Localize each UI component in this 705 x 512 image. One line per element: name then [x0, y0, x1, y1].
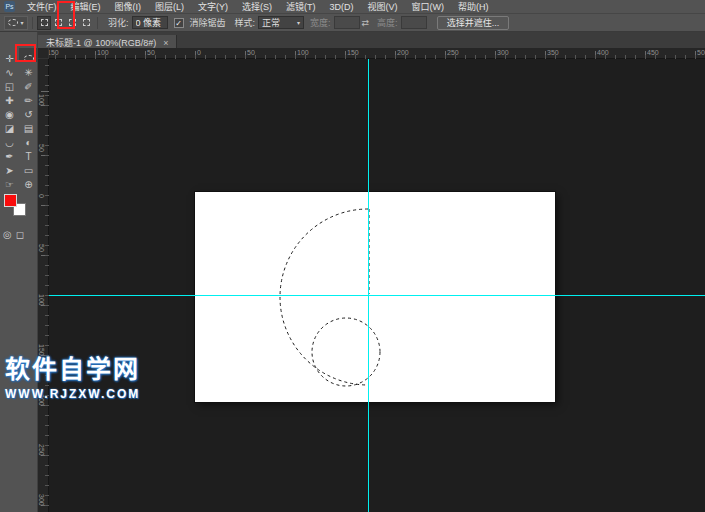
antialias-label: 消除锯齿 [190, 16, 226, 29]
menu-file[interactable]: 文件(F) [20, 0, 64, 14]
tab-close-icon[interactable]: × [163, 38, 168, 48]
elliptical-marquee-tool[interactable] [19, 48, 38, 62]
tool-preset-picker[interactable]: ▾ [4, 16, 28, 30]
ruler-number: 100 [297, 49, 309, 56]
intersect-selection-button[interactable] [79, 16, 93, 30]
menu-3d[interactable]: 3D(D) [323, 0, 361, 14]
ruler-number: 100 [38, 94, 45, 106]
swap-dimensions-icon[interactable]: ⇄ [362, 18, 370, 28]
history-brush-tool[interactable]: ↺ [19, 104, 38, 118]
menu-bar: Ps 文件(F)编辑(E)图像(I)图层(L)文字(Y)选择(S)滤镜(T)3D… [0, 0, 705, 14]
ruler-number: 300 [497, 49, 509, 56]
style-label: 样式: [235, 16, 256, 29]
antialias-checkbox[interactable]: ✓ [174, 18, 184, 28]
menu-edit[interactable]: 编辑(E) [64, 0, 108, 14]
gradient-tool[interactable]: ▤ [19, 118, 38, 132]
zoom-icon: ⊕ [24, 178, 32, 192]
ruler-corner [38, 48, 49, 59]
brush-tool[interactable]: ✏ [19, 90, 38, 104]
type-tool[interactable]: T [19, 146, 38, 160]
height-label: 高度: [377, 16, 398, 29]
small-circle-selection [312, 318, 380, 386]
document-canvas[interactable] [195, 192, 555, 402]
menu-help[interactable]: 帮助(H) [451, 0, 496, 14]
subtract-from-selection-icon [69, 19, 76, 26]
clone-stamp-tool[interactable]: ◉ [0, 104, 19, 118]
chevron-down-icon: ▾ [20, 20, 23, 26]
ruler-number: 300 [38, 494, 45, 506]
menu-filter[interactable]: 滤镜(T) [279, 0, 323, 14]
check-icon: ✓ [175, 19, 182, 28]
lasso-tool[interactable]: ∿ [0, 62, 19, 76]
move-tool[interactable]: ✛ [0, 48, 19, 62]
canvas-area[interactable]: 15010050050100150200250300350400450500 1… [38, 48, 705, 512]
dodge-tool[interactable]: ◐ [19, 132, 38, 146]
vertical-ruler[interactable]: 10050050100150200250300 [38, 48, 49, 512]
pen-tool[interactable]: ✒ [0, 146, 19, 160]
select-and-mask-button[interactable]: 选择并遮住... [437, 16, 510, 30]
horizontal-ruler[interactable]: 15010050050100150200250300350400450500 [38, 48, 705, 59]
ruler-number: 0 [38, 194, 45, 198]
ruler-number: 50 [147, 49, 155, 56]
height-input[interactable] [401, 16, 427, 29]
new-selection-button[interactable] [37, 16, 51, 30]
screen-mode-button[interactable]: ◻ [16, 224, 24, 242]
separator [97, 17, 98, 29]
large-circle-selection-arc [280, 209, 368, 385]
feather-label: 羽化: [108, 16, 129, 29]
toolbar: ✛∿✳◱✐✚✏◉↺◪▤◡◐✒T➤▭☞⊕ ◎◻ [0, 32, 38, 512]
color-swatches [0, 192, 38, 220]
crop-tool[interactable]: ◱ [0, 76, 19, 90]
menu-image[interactable]: 图像(I) [108, 0, 149, 14]
blur-tool[interactable]: ◡ [0, 132, 19, 146]
ruler-number: 150 [38, 344, 45, 356]
ruler-number: 100 [97, 49, 109, 56]
options-bar: ▾ 羽化: ✓ 消除锯齿 样式: 正常 ▾ 宽度: ⇄ 高度: 选择并遮住... [0, 14, 705, 32]
add-to-selection-icon [55, 19, 62, 26]
vertical-guide[interactable] [368, 59, 369, 512]
marching-ants-selection [195, 192, 555, 402]
subtract-from-selection-button[interactable] [65, 16, 79, 30]
quick-mask-button[interactable]: ◎ [3, 224, 12, 242]
ruler-number: 500 [697, 49, 705, 56]
ruler-number: 150 [347, 49, 359, 56]
menu-type[interactable]: 文字(Y) [191, 0, 235, 14]
horizontal-guide[interactable] [49, 295, 705, 296]
quick-mask-icon: ◎ [3, 229, 12, 240]
width-input[interactable] [334, 16, 360, 29]
menu-items: 文件(F)编辑(E)图像(I)图层(L)文字(Y)选择(S)滤镜(T)3D(D)… [20, 0, 496, 14]
menu-select[interactable]: 选择(S) [235, 0, 279, 14]
menu-window[interactable]: 窗口(W) [405, 0, 452, 14]
toolbar-extras: ◎◻ [0, 224, 37, 242]
ruler-number: 100 [38, 294, 45, 306]
foreground-color-swatch[interactable] [4, 194, 17, 207]
ruler-number: 350 [547, 49, 559, 56]
toolbar-tools: ✛∿✳◱✐✚✏◉↺◪▤◡◐✒T➤▭☞⊕ [0, 32, 38, 188]
shape-tool[interactable]: ▭ [19, 160, 38, 174]
chevron-down-icon: ▾ [297, 20, 300, 26]
menu-view[interactable]: 视图(V) [361, 0, 405, 14]
menu-layer[interactable]: 图层(L) [148, 0, 191, 14]
ruler-number: 200 [38, 394, 45, 406]
screen-mode-icon: ◻ [16, 229, 24, 240]
hand-icon: ☞ [5, 178, 14, 192]
ruler-number: 50 [38, 144, 45, 152]
zoom-tool[interactable]: ⊕ [19, 174, 38, 188]
ruler-number: 250 [447, 49, 459, 56]
ruler-number: 400 [597, 49, 609, 56]
intersect-selection-icon [83, 19, 90, 26]
style-dropdown[interactable]: 正常 ▾ [258, 16, 304, 29]
ruler-number: 0 [197, 49, 201, 56]
hand-tool[interactable]: ☞ [0, 174, 19, 188]
magic-wand-tool[interactable]: ✳ [19, 62, 38, 76]
feather-input[interactable] [132, 16, 168, 29]
elliptical-marquee-icon [24, 55, 34, 62]
path-selection-tool[interactable]: ➤ [0, 160, 19, 174]
healing-brush-tool[interactable]: ✚ [0, 90, 19, 104]
document-tab-bar: 未标题-1 @ 100%(RGB/8#) × [38, 32, 705, 48]
eraser-tool[interactable]: ◪ [0, 118, 19, 132]
add-to-selection-button[interactable] [51, 16, 65, 30]
ruler-number: 50 [247, 49, 255, 56]
ruler-number: 450 [647, 49, 659, 56]
eyedropper-tool[interactable]: ✐ [19, 76, 38, 90]
